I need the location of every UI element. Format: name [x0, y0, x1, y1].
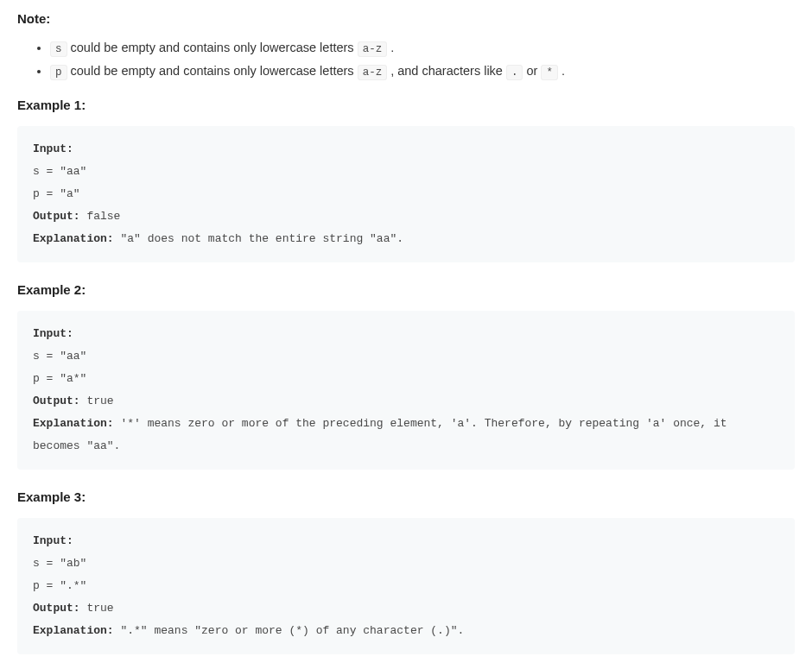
- example-heading: Example 2:: [17, 280, 795, 300]
- example-code-block: Input: s = "ab" p = ".*" Output: true Ex…: [17, 518, 795, 654]
- output-label: Output:: [33, 394, 80, 407]
- example-output: true: [80, 602, 114, 615]
- example-heading: Example 3:: [17, 487, 795, 508]
- example-p: p = ".*": [33, 579, 86, 592]
- example-explanation: "a" does not match the entire string "aa…: [114, 232, 403, 245]
- note-text: .: [387, 41, 394, 54]
- output-label: Output:: [33, 602, 80, 615]
- note-text: , and characters like: [387, 64, 506, 78]
- note-text: could be empty and contains only lowerca…: [67, 64, 358, 78]
- input-label: Input:: [33, 327, 73, 340]
- explanation-label: Explanation:: [33, 624, 114, 637]
- example-explanation: '*' means zero or more of the preceding …: [33, 417, 733, 452]
- star-code: *: [541, 65, 558, 80]
- note-text: or: [523, 64, 541, 78]
- note-text: .: [558, 64, 565, 78]
- var-s-code: s: [50, 41, 67, 57]
- example-output: true: [80, 394, 114, 407]
- range-az-code: a-z: [358, 65, 388, 80]
- explanation-label: Explanation:: [33, 417, 114, 430]
- example-code-block: Input: s = "aa" p = "a*" Output: true Ex…: [17, 311, 795, 470]
- input-label: Input:: [33, 142, 73, 155]
- example-heading: Example 1:: [17, 95, 795, 116]
- dot-code: .: [506, 65, 523, 80]
- example-s: s = "aa": [33, 350, 86, 363]
- note-item-s: s could be empty and contains only lower…: [50, 38, 795, 58]
- explanation-label: Explanation:: [33, 232, 114, 245]
- example-s: s = "aa": [33, 165, 86, 178]
- example-explanation: ".*" means "zero or more (*) of any char…: [114, 624, 465, 637]
- input-label: Input:: [33, 534, 73, 547]
- example-code-block: Input: s = "aa" p = "a" Output: false Ex…: [17, 126, 795, 262]
- example-p: p = "a": [33, 187, 80, 200]
- note-item-p: p could be empty and contains only lower…: [50, 61, 795, 81]
- example-p: p = "a*": [33, 372, 86, 385]
- output-label: Output:: [33, 210, 80, 223]
- note-text: could be empty and contains only lowerca…: [67, 41, 358, 54]
- note-heading: Note:: [17, 9, 795, 29]
- example-output: false: [80, 210, 121, 223]
- range-az-code: a-z: [358, 41, 388, 57]
- example-s: s = "ab": [33, 557, 86, 570]
- var-p-code: p: [50, 65, 67, 80]
- note-list: s could be empty and contains only lower…: [17, 38, 795, 81]
